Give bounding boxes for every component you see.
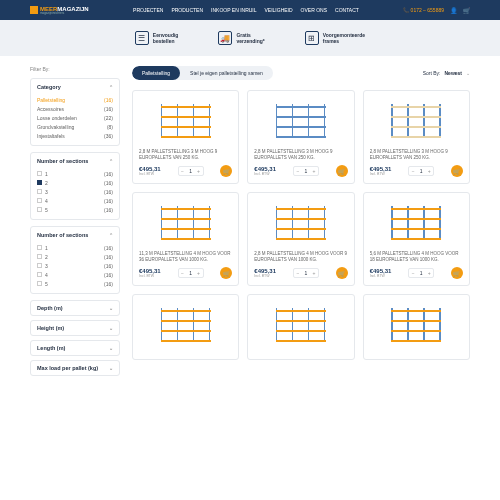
- filter-checkbox[interactable]: 5(16): [37, 279, 113, 288]
- filter-option[interactable]: Losse onderdelen(22): [37, 113, 113, 122]
- nav-link[interactable]: PROJECTEN: [133, 7, 163, 13]
- filter-checkbox[interactable]: 1(16): [37, 243, 113, 252]
- add-to-cart-button[interactable]: 🛒: [451, 165, 463, 177]
- sections-filter: Number of sections⌃ 1(16) 2(16) 3(16) 4(…: [30, 152, 120, 220]
- quantity-stepper[interactable]: −1+: [408, 166, 434, 176]
- qty-minus[interactable]: −: [409, 269, 417, 277]
- product-image: [370, 199, 463, 247]
- add-to-cart-button[interactable]: 🛒: [220, 267, 232, 279]
- chevron-up-icon[interactable]: ⌃: [109, 232, 113, 238]
- filter-option[interactable]: Palletstelling(16): [37, 95, 113, 104]
- product-title: 5,6 m palletstelling 4 m hoog voor 18 eu…: [370, 251, 463, 263]
- height-dropdown[interactable]: Height (m)⌄: [30, 320, 120, 336]
- chevron-down-icon: ⌄: [109, 365, 113, 371]
- qty-plus[interactable]: +: [425, 167, 433, 175]
- quantity-stepper[interactable]: −1+: [293, 268, 319, 278]
- product-image: [254, 301, 347, 349]
- qty-plus[interactable]: +: [425, 269, 433, 277]
- length-dropdown[interactable]: Length (m)⌄: [30, 340, 120, 356]
- product-image: [254, 97, 347, 145]
- product-card[interactable]: 5,6 m palletstelling 4 m hoog voor 18 eu…: [363, 192, 470, 286]
- filter-checkbox[interactable]: 2(16): [37, 252, 113, 261]
- filter-by-label: Filter By:: [30, 66, 120, 72]
- qty-plus[interactable]: +: [195, 269, 203, 277]
- category-filter: Category⌃ Palletstelling(16) Accessoires…: [30, 78, 120, 146]
- pill-active[interactable]: Palletstelling: [132, 66, 180, 80]
- qty-minus[interactable]: −: [409, 167, 417, 175]
- nav-link[interactable]: INKOOP EN INRUIL: [211, 7, 256, 13]
- nav-link[interactable]: CONTACT: [335, 7, 359, 13]
- nav-link[interactable]: PRODUCTEN: [171, 7, 203, 13]
- quantity-stepper[interactable]: −1+: [293, 166, 319, 176]
- product-grid: 2,8 M PALLETSTELLING 3 M HOOG 9 EUROPALL…: [132, 90, 470, 360]
- chevron-down-icon: ⌄: [109, 345, 113, 351]
- sidebar: Filter By: Category⌃ Palletstelling(16) …: [30, 66, 120, 380]
- product-image: [139, 199, 232, 247]
- qty-plus[interactable]: +: [310, 167, 318, 175]
- filter-option[interactable]: Accessoires(16): [37, 104, 113, 113]
- filter-checkbox[interactable]: 3(16): [37, 261, 113, 270]
- add-to-cart-button[interactable]: 🛒: [336, 267, 348, 279]
- filter-pills: Palletstelling Stel je eigen palletstell…: [132, 66, 273, 80]
- rack-icon: ⊞: [305, 31, 319, 45]
- product-card[interactable]: 2,8 M PALLETSTELLING 3 M HOOG 9 EUROPALL…: [247, 90, 354, 184]
- product-title: 2,8 M PALLETSTELLING 3 M HOOG 9 EUROPALL…: [254, 149, 347, 161]
- product-image: [139, 301, 232, 349]
- qty-minus[interactable]: −: [294, 167, 302, 175]
- depth-dropdown[interactable]: Depth (m)⌄: [30, 300, 120, 316]
- quantity-stepper[interactable]: −1+: [178, 166, 204, 176]
- qty-minus[interactable]: −: [294, 269, 302, 277]
- quantity-stepper[interactable]: −1+: [408, 268, 434, 278]
- filter-checkbox[interactable]: 1(16): [37, 169, 113, 178]
- filter-checkbox[interactable]: 3(16): [37, 187, 113, 196]
- product-title: 11,3 m palletstelling 4 m hoog voor 36 e…: [139, 251, 232, 263]
- feature-item: ☰ Eenvoudigbestellen: [135, 31, 179, 45]
- quantity-stepper[interactable]: −1+: [178, 268, 204, 278]
- product-card[interactable]: 2,8 M PALLETSTELLING 3 M HOOG 9 EUROPALL…: [132, 90, 239, 184]
- product-card[interactable]: 11,3 m palletstelling 4 m hoog voor 36 e…: [132, 192, 239, 286]
- filter-checkbox[interactable]: 5(16): [37, 205, 113, 214]
- list-icon: ☰: [135, 31, 149, 45]
- filter-option[interactable]: Grondvakstelling(8): [37, 122, 113, 131]
- nav-link[interactable]: OVER ONS: [301, 7, 327, 13]
- filter-option[interactable]: Injestaltafels(36): [37, 131, 113, 140]
- product-image: [370, 97, 463, 145]
- filter-checkbox[interactable]: 2(16): [37, 178, 113, 187]
- qty-plus[interactable]: +: [310, 269, 318, 277]
- add-to-cart-button[interactable]: 🛒: [451, 267, 463, 279]
- top-nav: MEERMAGAZIJN magazijninrichters PROJECTE…: [0, 0, 500, 20]
- sort-control[interactable]: Sort By: Newest ⌄: [423, 70, 470, 76]
- add-to-cart-button[interactable]: 🛒: [336, 165, 348, 177]
- product-card[interactable]: 2,8 M PALLETSTELLING 3 M HOOG 9 EUROPALL…: [363, 90, 470, 184]
- logo[interactable]: MEERMAGAZIJN magazijninrichters: [30, 6, 89, 15]
- qty-plus[interactable]: +: [195, 167, 203, 175]
- filter-checkbox[interactable]: 4(16): [37, 196, 113, 205]
- product-card[interactable]: [247, 294, 354, 360]
- chevron-down-icon: ⌄: [109, 305, 113, 311]
- add-to-cart-button[interactable]: 🛒: [220, 165, 232, 177]
- qty-minus[interactable]: −: [179, 269, 187, 277]
- qty-minus[interactable]: −: [179, 167, 187, 175]
- features-bar: ☰ Eenvoudigbestellen 🚚 Gratisverzending*…: [0, 20, 500, 56]
- phone-number[interactable]: 📞 0172 – 655889: [403, 7, 444, 13]
- product-card[interactable]: [132, 294, 239, 360]
- maxload-dropdown[interactable]: Max load per pallet (kg)⌄: [30, 360, 120, 376]
- product-image: [254, 199, 347, 247]
- product-card[interactable]: 2,8 m palletstelling 4 m hoog voor 9 eur…: [247, 192, 354, 286]
- feature-item: ⊞ Voorgemonteerdeframes: [305, 31, 365, 45]
- product-image: [370, 301, 463, 349]
- pill-option[interactable]: Stel je eigen palletstelling samen: [180, 66, 273, 80]
- chevron-up-icon[interactable]: ⌃: [109, 158, 113, 164]
- chevron-up-icon[interactable]: ⌃: [109, 84, 113, 90]
- chevron-down-icon: ⌄: [109, 325, 113, 331]
- sections-filter-2: Number of sections⌃ 1(16) 2(16) 3(16) 4(…: [30, 226, 120, 294]
- cart-icon[interactable]: 🛒: [463, 7, 470, 14]
- nav-link[interactable]: VEILIGHEID: [265, 7, 293, 13]
- user-icon[interactable]: 👤: [450, 7, 457, 14]
- truck-icon: 🚚: [218, 31, 232, 45]
- product-card[interactable]: [363, 294, 470, 360]
- logo-icon: [30, 6, 38, 14]
- filter-checkbox[interactable]: 4(16): [37, 270, 113, 279]
- product-title: 2,8 m palletstelling 4 m hoog voor 9 eur…: [254, 251, 347, 263]
- product-image: [139, 97, 232, 145]
